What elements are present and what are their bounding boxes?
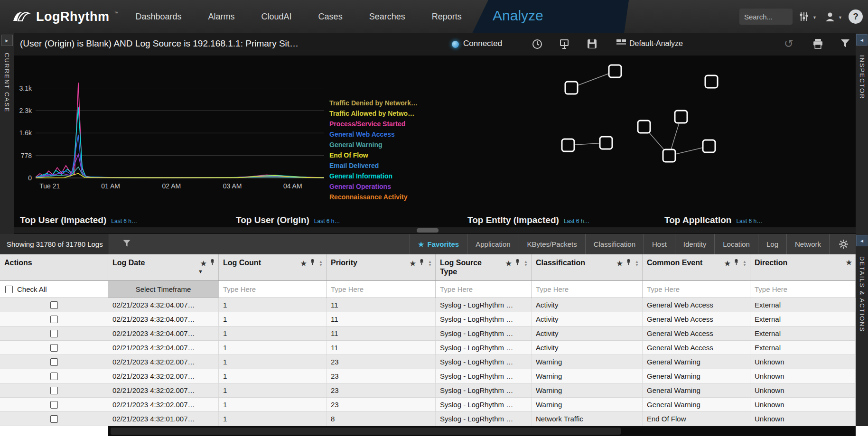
- graph-node[interactable]: [705, 75, 718, 88]
- widget-meta[interactable]: Last 6 h…: [564, 218, 590, 224]
- column-favorite-star-icon[interactable]: ★: [846, 259, 852, 266]
- legend-item-general-information[interactable]: General Information: [329, 172, 418, 180]
- layout-icon[interactable]: [616, 38, 626, 49]
- current-case-expand-button[interactable]: ►: [1, 35, 13, 46]
- tab-classification[interactable]: Classification: [585, 234, 644, 254]
- column-pin-icon[interactable]: [626, 259, 631, 268]
- legend-item-general-web-access[interactable]: General Web Access: [329, 130, 418, 138]
- graph-node[interactable]: [703, 140, 715, 152]
- row-checkbox[interactable]: [50, 401, 58, 409]
- column-pin-icon[interactable]: [515, 259, 520, 268]
- nav-item-alarms[interactable]: Alarms: [208, 12, 235, 22]
- column-favorite-star-icon[interactable]: ★: [725, 260, 731, 267]
- tab-kbytes-packets[interactable]: KBytes/Packets: [519, 234, 585, 254]
- table-row[interactable]: 02/21/2023 4:32:02.007…123Syslog - LogRh…: [0, 369, 856, 383]
- table-row[interactable]: 02/21/2023 4:32:04.007…111Syslog - LogRh…: [0, 312, 856, 326]
- tab-log[interactable]: Log: [758, 234, 786, 254]
- sort-down-icon[interactable]: ▼: [428, 263, 432, 267]
- column-favorite-star-icon[interactable]: ★: [506, 260, 512, 267]
- row-checkbox[interactable]: [50, 373, 58, 380]
- column-header-actions[interactable]: Actions: [0, 254, 108, 280]
- nav-item-reports[interactable]: Reports: [432, 12, 462, 22]
- sort-down-icon[interactable]: ▼: [319, 263, 323, 267]
- filter-input-log-count[interactable]: Type Here: [219, 285, 256, 293]
- row-checkbox[interactable]: [50, 344, 58, 352]
- layout-name[interactable]: Default-Analyze: [629, 39, 683, 48]
- table-row[interactable]: 02/21/2023 4:32:02.007…123Syslog - LogRh…: [0, 355, 856, 369]
- column-sort-arrows-icon[interactable]: ▲▼: [743, 260, 747, 267]
- filter-input-common-event[interactable]: Type Here: [643, 285, 680, 293]
- row-checkbox[interactable]: [50, 330, 58, 337]
- graph-node[interactable]: [600, 137, 612, 149]
- column-sort-arrows-icon[interactable]: ▲▼: [319, 260, 323, 267]
- column-favorite-star-icon[interactable]: ★: [617, 260, 623, 267]
- graph-node[interactable]: [609, 65, 621, 77]
- node-graph[interactable]: [551, 60, 755, 174]
- column-favorite-star-icon[interactable]: ★: [301, 260, 307, 267]
- tab-application[interactable]: Application: [467, 234, 518, 254]
- filter-settings-icon[interactable]: [799, 11, 809, 24]
- table-row[interactable]: 02/21/2023 4:32:04.007…111Syslog - LogRh…: [0, 326, 856, 341]
- help-icon[interactable]: ?: [849, 9, 863, 24]
- tab-location[interactable]: Location: [714, 234, 758, 254]
- save-icon[interactable]: [587, 38, 597, 51]
- legend-item-end-of-flow[interactable]: End Of Flow: [329, 151, 418, 159]
- nav-item-cloudai[interactable]: CloudAI: [261, 12, 292, 22]
- column-header-priority[interactable]: Priority★▲▼: [327, 254, 436, 280]
- table-row[interactable]: 02/21/2023 4:32:04.007…111Syslog - LogRh…: [0, 341, 856, 355]
- nav-item-searches[interactable]: Searches: [369, 12, 405, 22]
- table-row[interactable]: 02/21/2023 4:32:02.007…123Syslog - LogRh…: [0, 383, 856, 398]
- row-checkbox[interactable]: [50, 358, 58, 366]
- print-icon[interactable]: [812, 38, 823, 51]
- row-checkbox[interactable]: [50, 316, 58, 323]
- column-sort-arrows-icon[interactable]: ▲▼: [524, 260, 528, 267]
- sort-down-icon[interactable]: ▼: [743, 263, 747, 267]
- widget-meta[interactable]: Last 6 h…: [736, 218, 762, 224]
- current-case-label[interactable]: CURRENT CASE: [3, 53, 10, 112]
- row-checkbox[interactable]: [50, 301, 58, 309]
- legend-item-process-service-started[interactable]: Process/Service Started: [329, 120, 418, 128]
- pin-search-icon[interactable]: [559, 38, 569, 52]
- column-favorite-star-icon[interactable]: ★: [410, 260, 416, 267]
- filter-input-classification[interactable]: Type Here: [532, 285, 569, 293]
- column-sort-arrows-icon[interactable]: ▲▼: [428, 260, 432, 267]
- nav-item-dashboards[interactable]: Dashboards: [135, 12, 181, 22]
- dashboard-hscrollbar-handle[interactable]: [417, 228, 439, 233]
- widget-meta[interactable]: Last 6 h…: [314, 218, 340, 224]
- row-checkbox[interactable]: [50, 415, 58, 423]
- table-row[interactable]: 02/21/2023 4:32:01.007…18Syslog - LogRhy…: [0, 412, 856, 426]
- inspector-label[interactable]: INSPECTOR: [859, 55, 866, 100]
- tab-host[interactable]: Host: [644, 234, 675, 254]
- sort-down-icon[interactable]: ▼: [524, 263, 528, 267]
- details-actions-expand-button[interactable]: ◄: [856, 235, 868, 246]
- column-pin-icon[interactable]: [734, 259, 739, 268]
- legend-item-email-delivered[interactable]: Email Delivered: [329, 162, 418, 169]
- undo-icon[interactable]: ↺: [784, 37, 793, 50]
- widget-meta[interactable]: Last 6 h…: [111, 218, 137, 224]
- tab-identity[interactable]: Identity: [675, 234, 714, 254]
- sort-down-icon[interactable]: ▼: [635, 263, 639, 267]
- column-header-log-date[interactable]: Log Date★▼: [108, 254, 219, 280]
- time-range-icon[interactable]: [532, 38, 543, 52]
- tab-network[interactable]: Network: [786, 234, 829, 254]
- column-header-log-count[interactable]: Log Count★▲▼: [219, 254, 327, 280]
- legend-item-traffic-denied-by-network[interactable]: Traffic Denied by Network…: [329, 99, 418, 107]
- filter-icon[interactable]: [840, 38, 850, 51]
- column-header-classification[interactable]: Classification★▲▼: [532, 254, 643, 280]
- column-header-log-source-type[interactable]: Log Source Type★▲▼: [436, 254, 532, 280]
- logs-trend-chart[interactable]: 07781.6k2.3k3.1kTue 2101 AM02 AM03 AM04 …: [14, 64, 346, 195]
- table-row[interactable]: 02/21/2023 4:32:04.007…111Syslog - LogRh…: [0, 298, 856, 312]
- sort-desc-icon[interactable]: ▼: [198, 269, 203, 274]
- inspector-expand-button[interactable]: ◄: [856, 34, 868, 46]
- search-input[interactable]: [739, 9, 793, 25]
- column-header-direction[interactable]: Direction★: [750, 254, 856, 280]
- column-favorite-star-icon[interactable]: ★: [200, 260, 206, 267]
- column-pin-icon[interactable]: [210, 259, 215, 268]
- column-pin-icon[interactable]: [310, 259, 315, 268]
- user-icon[interactable]: [825, 11, 835, 24]
- legend-item-general-warning[interactable]: General Warning: [329, 141, 418, 149]
- graph-node[interactable]: [663, 149, 675, 162]
- legend-item-general-operations[interactable]: General Operations: [329, 183, 418, 190]
- legend-item-traffic-allowed-by-netwo[interactable]: Traffic Allowed by Netwo…: [329, 110, 418, 117]
- legend-item-reconnaissance-activity[interactable]: Reconnaissance Activity: [329, 193, 418, 201]
